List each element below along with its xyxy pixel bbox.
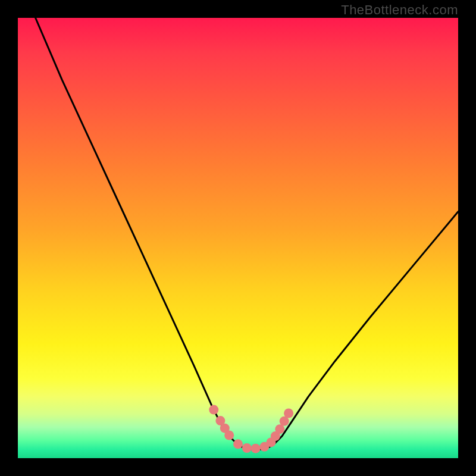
bottleneck-curve [36, 18, 458, 449]
svg-point-6 [251, 444, 261, 453]
curve-layer [18, 18, 458, 458]
chart-frame: TheBottleneck.com [0, 0, 476, 476]
highlight-dots [209, 405, 293, 453]
plot-area [18, 18, 458, 458]
watermark-text: TheBottleneck.com [341, 2, 458, 18]
svg-point-5 [242, 443, 252, 453]
svg-point-12 [284, 409, 293, 418]
svg-point-10 [275, 424, 284, 434]
svg-point-3 [224, 431, 234, 440]
svg-point-4 [233, 439, 243, 449]
svg-point-0 [209, 405, 218, 415]
